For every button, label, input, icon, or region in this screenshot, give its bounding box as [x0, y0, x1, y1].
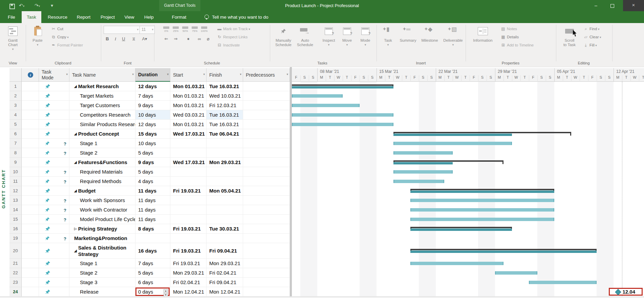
cell-name-row2[interactable]: Target Markets [69, 91, 135, 101]
cell-start-row11[interactable] [170, 177, 207, 186]
auto-schedule-button[interactable]: →Auto Schedule [295, 25, 315, 47]
cell-duration-row2[interactable]: 7 days [135, 91, 170, 101]
cell-name-row7[interactable]: Stage 1 [69, 139, 135, 148]
font-name-combo[interactable]: ▾ [104, 26, 140, 34]
task-bar-row11[interactable] [393, 180, 444, 183]
cell-duration-row11[interactable]: 4 days [135, 177, 170, 186]
insert-task-button[interactable]: +▮Task▾ [380, 25, 396, 47]
cell-mode-row5[interactable] [39, 120, 69, 129]
task-bar-row8[interactable] [393, 151, 453, 155]
cell-finish-row15[interactable] [207, 215, 243, 224]
cell-info-row6[interactable] [22, 129, 39, 139]
inspect-button[interactable]: ?Inspect▾ [320, 25, 337, 47]
cell-pred-row19[interactable] [243, 234, 290, 243]
cell-start-row3[interactable]: Mon 01.03.21 [170, 101, 207, 110]
column-header-finish[interactable]: Finish▾ [207, 68, 243, 82]
notes-button[interactable]: ▤Notes [500, 25, 517, 33]
cell-pred-row11[interactable] [243, 177, 290, 186]
cell-start-row14[interactable] [170, 205, 207, 215]
task-bar-row21[interactable] [410, 262, 503, 265]
format-painter-button[interactable]: ✒Format Painter [51, 41, 83, 49]
cell-start-row1[interactable]: Mon 01.03.21 [170, 82, 207, 91]
cell-name-row16[interactable]: ▷Pricing Strategy [69, 224, 135, 234]
unlink-tasks-button[interactable]: ⌀ [205, 35, 212, 43]
cell-pred-row16[interactable] [243, 224, 290, 234]
cell-mode-row7[interactable]: ? [39, 139, 69, 148]
cut-button[interactable]: ✂Cut [51, 25, 63, 33]
cell-info-row16[interactable] [22, 224, 39, 234]
italic-button[interactable]: I [112, 35, 119, 43]
row-number-12[interactable]: 12 [9, 186, 22, 196]
information-button[interactable]: Information [471, 25, 495, 43]
cell-info-row5[interactable] [22, 120, 39, 129]
cell-finish-row6[interactable]: Tue 06.04.21 [207, 129, 243, 139]
row-number-16[interactable]: 16 [9, 224, 22, 234]
font-size-combo[interactable]: 11▾ [139, 26, 155, 34]
cell-finish-row5[interactable]: Tue 16.03.21 [207, 120, 243, 129]
cell-mode-row14[interactable]: ? [39, 205, 69, 215]
split-task-icon[interactable]: ✷ [185, 35, 192, 43]
percent-complete-button-100[interactable]: 100% [200, 26, 209, 33]
cell-pred-row6[interactable] [243, 129, 290, 139]
row-number-10[interactable]: 10 [9, 167, 22, 177]
row-number-5[interactable]: 5 [9, 120, 22, 129]
cell-duration-row14[interactable]: 11 days [135, 205, 170, 215]
cell-finish-row3[interactable]: Fri 12.03.21 [207, 101, 243, 110]
expand-triangle-icon[interactable]: ◢ [74, 84, 77, 88]
cell-start-row23[interactable]: Fri 02.04.21 [170, 278, 207, 287]
cell-mode-row19[interactable]: ? [39, 234, 69, 243]
cell-mode-row23[interactable] [39, 278, 69, 287]
cell-finish-row16[interactable]: Tue 30.03.21 [207, 224, 243, 234]
tab-report[interactable]: Report [73, 11, 94, 23]
row-number-2[interactable]: 2 [9, 91, 22, 101]
cell-finish-row4[interactable]: Tue 16.03.21 [207, 110, 243, 120]
cell-pred-row15[interactable] [243, 215, 290, 224]
percent-complete-button-75[interactable]: 75% [190, 26, 199, 33]
insert-deliverable-button[interactable]: +▧Deliverable▾ [442, 25, 465, 47]
cell-name-row12[interactable]: ◢Budget [69, 186, 135, 196]
minimize-icon[interactable]: – [588, 0, 603, 11]
row-number-19[interactable]: 19 [9, 234, 22, 243]
cell-duration-row24[interactable]: 0 days▲▼ [135, 287, 170, 297]
task-bar-row23[interactable] [529, 281, 597, 284]
background-color-button[interactable]: ⧖ [130, 35, 137, 43]
cell-name-row15[interactable]: Model Product Life Cycle [69, 215, 135, 224]
filter-chevron-icon[interactable]: ▾ [286, 73, 288, 76]
cell-pred-row22[interactable] [243, 268, 290, 278]
row-number-4[interactable]: 4 [9, 110, 22, 120]
task-bar-row2[interactable] [292, 94, 343, 98]
cell-duration-row23[interactable]: 6 days [135, 278, 170, 287]
cell-name-row24[interactable]: Release [69, 287, 135, 297]
task-bar-row3[interactable] [292, 104, 360, 107]
cell-name-row11[interactable]: Required Methods [69, 177, 135, 186]
cell-name-row5[interactable]: Similar Products Research [69, 120, 135, 129]
find-button[interactable]: ⌕Find ▾ [583, 25, 599, 33]
cell-mode-row12[interactable] [39, 186, 69, 196]
tab-format[interactable]: Format [167, 11, 192, 23]
tab-project[interactable]: Project [97, 11, 119, 23]
column-header-duration[interactable]: Duration▾ [135, 68, 170, 82]
filter-chevron-icon[interactable]: ▾ [132, 73, 134, 76]
task-bar-row15[interactable] [410, 218, 554, 221]
cell-name-row13[interactable]: Work with Sponsors [69, 196, 135, 205]
cell-mode-row6[interactable] [39, 129, 69, 139]
fill-button[interactable]: ⤓Fill ▾ [583, 41, 597, 49]
cell-duration-row5[interactable]: 12 days [135, 120, 170, 129]
cell-start-row20[interactable]: Fri 19.03.21 [170, 243, 207, 259]
row-number-15[interactable]: 15 [9, 215, 22, 224]
cell-info-row24[interactable] [22, 287, 39, 297]
percent-complete-button-0[interactable]: 0% [162, 26, 171, 33]
row-number-13[interactable]: 13 [9, 196, 22, 205]
cell-mode-row13[interactable]: ? [39, 196, 69, 205]
cell-mode-row3[interactable] [39, 101, 69, 110]
cell-start-row21[interactable]: Fri 19.03.21 [170, 259, 207, 268]
cell-finish-row20[interactable]: Fri 09.04.21 [207, 243, 243, 259]
cell-start-row16[interactable]: Fri 19.03.21 [170, 224, 207, 234]
cell-name-row14[interactable]: Work with Contractor [69, 205, 135, 215]
row-number-11[interactable]: 11 [9, 177, 22, 186]
respect-links-button[interactable]: ↻Respect Links [217, 33, 248, 41]
row-number-24[interactable]: 24 [9, 287, 22, 297]
cell-duration-row19[interactable] [135, 234, 170, 243]
row-number-1[interactable]: 1 [9, 82, 22, 91]
row-number-3[interactable]: 3 [9, 101, 22, 110]
